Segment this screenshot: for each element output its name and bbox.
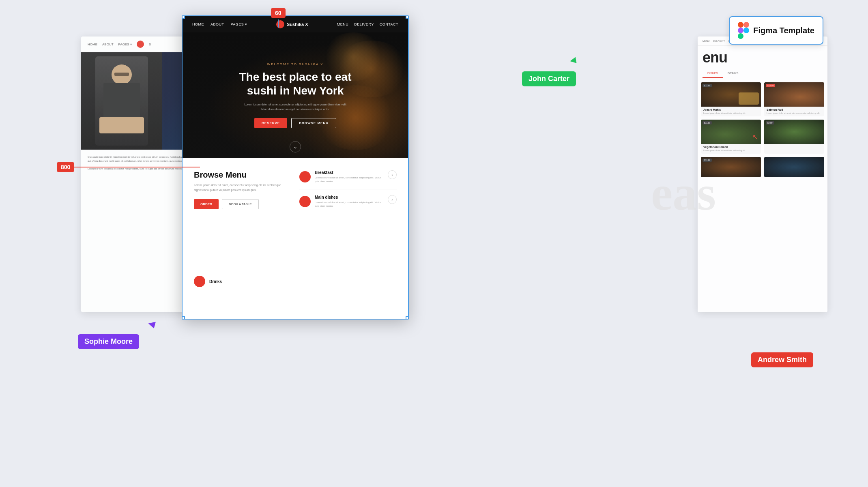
hero-title: The best place to eat sushi in New York — [239, 70, 352, 97]
john-cursor-arrow: ◀ — [569, 55, 577, 65]
ghost-tabs: DISHES DRINKS — [698, 69, 827, 78]
browse-menu-left: Browse Menu Lorem ipsum dolor sit amet, … — [194, 170, 291, 260]
food-card-arashi-makis: $11.99 Arashi Makis Lorem ipsum dolor si… — [701, 82, 761, 116]
ghost-card-right: ✕ MENU DELIVERY CONT... enu DISHES DRINK… — [698, 36, 827, 312]
ghost-nav-about: ABOUT — [102, 43, 114, 46]
food-5-price: $11.99 — [703, 159, 712, 162]
ghost-menu: MENU — [703, 40, 710, 42]
eas-decorative-text: eas — [651, 169, 716, 218]
browse-menu-heading: Browse Menu — [194, 170, 291, 180]
handle-top-right[interactable] — [406, 15, 409, 19]
breakfast-icon — [299, 171, 311, 182]
arashi-name: Arashi Makis — [703, 108, 758, 111]
handle-top-left[interactable] — [182, 15, 185, 19]
food-4-price: $9.99 — [766, 121, 774, 124]
main-dishes-desc: Lorem ipsum dolor sit amet, consectetur … — [315, 201, 384, 208]
john-cursor-group: ◀ — [570, 55, 576, 65]
food-card-6 — [764, 157, 824, 177]
width-indicator: 800 — [57, 162, 200, 172]
nav-contact[interactable]: CONTACT — [380, 22, 398, 26]
salmon-price: $12.99 — [766, 84, 775, 87]
nav-delivery[interactable]: DELIVERY — [354, 22, 374, 26]
width-line — [74, 167, 200, 167]
hero-section: WELCOME TO SUSHIKA X The best place to e… — [183, 32, 408, 158]
height-line — [278, 19, 279, 28]
svg-rect-0 — [738, 22, 743, 28]
main-dishes-arrow[interactable]: › — [388, 195, 397, 204]
menu-item-main-dishes: Main dishes Lorem ipsum dolor sit amet, … — [299, 195, 397, 214]
food-card-veg-ramen: $11.99 ↖ Vegetarian Ramen Lorem ipsum do… — [701, 120, 761, 154]
main-dishes-info: Main dishes Lorem ipsum dolor sit amet, … — [315, 195, 384, 208]
ghost-logo-dot — [137, 41, 144, 48]
hero-subtitle: WELCOME TO SUSHIKA X — [267, 62, 324, 66]
arashi-price: $11.99 — [703, 84, 712, 87]
figma-logo-icon — [738, 22, 749, 39]
svg-rect-2 — [738, 28, 743, 33]
food-grid: $11.99 Arashi Makis Lorem ipsum dolor si… — [698, 82, 827, 154]
veg-ramen-price: $11.99 — [703, 121, 712, 124]
salmon-name: Salmon Roll — [767, 108, 822, 111]
browse-menu-button[interactable]: BROWSE MENU — [291, 118, 336, 128]
svg-rect-3 — [738, 33, 743, 39]
main-website: HOME ABOUT PAGES ▾ Sushika X MENU DELIVE… — [182, 15, 409, 320]
svg-point-4 — [743, 28, 749, 33]
partial-menu-text: enu — [698, 46, 827, 69]
breakfast-arrow[interactable]: › — [388, 170, 397, 179]
hero-buttons: RESERVE BROWSE MENU — [254, 118, 336, 128]
tab-dishes[interactable]: DISHES — [703, 69, 723, 78]
handle-bottom-left[interactable] — [182, 316, 185, 320]
browse-actions: ORDER BOOK A TABLE — [194, 199, 291, 209]
food-4-image: $9.99 — [764, 120, 824, 144]
book-table-button[interactable]: BOOK A TABLE — [222, 199, 259, 209]
breakfast-desc: Lorem ipsum dolor sit amet, consectetur … — [315, 176, 384, 183]
food-card-salmon-roll: $12.99 Salmon Roll Lorem ipsum dolor sit… — [764, 82, 824, 116]
nav-pages[interactable]: PAGES ▾ — [231, 22, 247, 26]
main-dishes-icon — [299, 196, 311, 207]
reserve-button[interactable]: RESERVE — [254, 118, 287, 128]
veg-ramen-name: Vegetarian Ramen — [703, 146, 758, 148]
figma-template-badge: Figma Template — [729, 16, 823, 45]
ghost-brand: S — [149, 43, 151, 46]
browse-menu-right: Breakfast Lorem ipsum dolor sit amet, co… — [299, 170, 397, 260]
salmon-roll-image: $12.99 — [764, 82, 824, 107]
hero-description: Lorem ipsum dolor sit amet consectetur a… — [238, 102, 352, 111]
drinks-item: Drinks — [183, 272, 408, 291]
main-dishes-name: Main dishes — [315, 195, 384, 200]
arashi-desc: Lorem ipsum dolor sit amet tatur adipisc… — [703, 112, 758, 115]
food-grid-row2: $11.99 — [698, 157, 827, 177]
food-card-4: $9.99 — [764, 120, 824, 154]
salmon-info: Salmon Roll Lorem ipsum dolor sit amet t… — [764, 107, 824, 116]
nav-home[interactable]: HOME — [192, 22, 204, 26]
salmon-desc: Lorem ipsum dolor sit amet tatur consect… — [767, 112, 822, 115]
height-badge: 60 — [271, 8, 286, 18]
width-badge: 800 — [57, 162, 74, 172]
order-button[interactable]: ORDER — [194, 199, 219, 209]
arashi-makis-image: $11.99 — [701, 82, 761, 107]
ghost-chef-image — [81, 52, 162, 150]
figma-badge-text: Figma Template — [753, 26, 814, 35]
height-indicator: 60 — [271, 8, 286, 28]
nav-menu[interactable]: MENU — [337, 22, 349, 26]
menu-item-breakfast: Breakfast Lorem ipsum dolor sit amet, co… — [299, 170, 397, 189]
veg-ramen-info: Vegetarian Ramen Lorem ipsum dolor sit a… — [701, 144, 761, 154]
main-nav: HOME ABOUT PAGES ▾ Sushika X MENU DELIVE… — [183, 16, 408, 32]
food-4-info — [764, 144, 824, 148]
nav-about[interactable]: ABOUT — [211, 22, 224, 26]
veg-ramen-image: $11.99 ↖ — [701, 120, 761, 144]
handle-bottom-right[interactable] — [406, 316, 409, 320]
drinks-label: Drinks — [209, 279, 222, 284]
tab-drinks[interactable]: DRINKS — [723, 69, 743, 78]
ghost-nav-home: HOME — [88, 43, 97, 46]
ghost-delivery: DELIVERY — [713, 40, 725, 42]
andrew-smith-badge: Andrew Smith — [751, 352, 813, 367]
arashi-info: Arashi Makis Lorem ipsum dolor sit amet … — [701, 107, 761, 116]
browse-menu-desc: Lorem ipsum dolor sit amet, consectetur … — [194, 183, 291, 193]
svg-rect-1 — [743, 22, 749, 28]
scroll-down-button[interactable]: ⌄ — [290, 141, 301, 152]
browse-menu-section: Browse Menu Lorem ipsum dolor sit amet, … — [183, 158, 408, 272]
breakfast-info: Breakfast Lorem ipsum dolor sit amet, co… — [315, 170, 384, 183]
drinks-icon — [194, 276, 205, 287]
nav-links-right: MENU DELIVERY CONTACT — [337, 22, 398, 26]
cursor-icon: ↖ — [752, 133, 758, 141]
food-6-image — [764, 157, 824, 177]
